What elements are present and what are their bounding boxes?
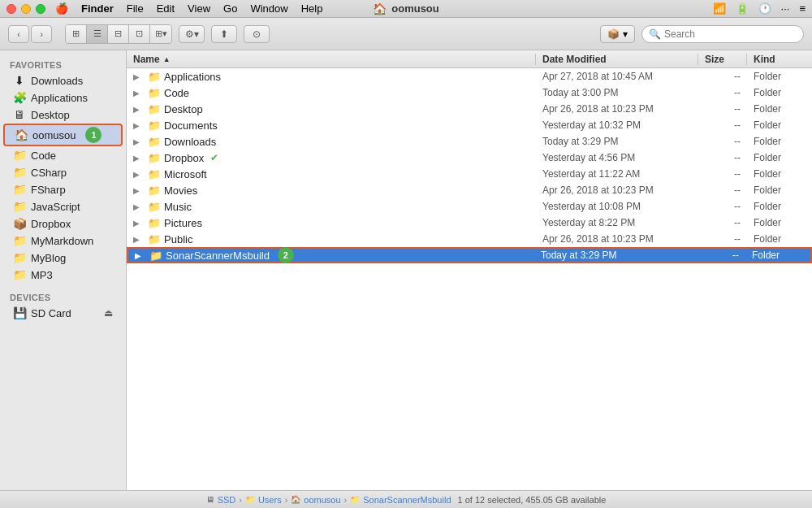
table-row[interactable]: ▶ 📁 Downloads Today at 3:29 PM -- Folder (127, 133, 812, 150)
share-button[interactable]: ⬆ (211, 25, 237, 43)
expand-arrow: ▶ (135, 251, 146, 260)
search-input[interactable] (664, 28, 797, 40)
table-row[interactable]: ▶ 📁 Desktop Apr 26, 2018 at 10:23 PM -- … (127, 101, 812, 117)
table-row[interactable]: ▶ 📁 Microsoft Yesterday at 11:22 AM -- F… (127, 166, 812, 182)
annotation-1: 1 (85, 127, 102, 143)
size-column-header[interactable]: Size (698, 54, 747, 65)
sidebar-item-sdcard[interactable]: 💾 SD Card ⏏ (3, 305, 123, 321)
eject-icon[interactable]: ⏏ (104, 307, 113, 319)
file-date: Yesterday at 4:56 PM (536, 152, 698, 163)
file-name-cell: ▶ 📁 Movies (127, 185, 536, 197)
file-kind: Folder (747, 233, 812, 245)
table-row[interactable]: ▶ 📁 SonarScannerMsbuild 2 Today at 3:29 … (127, 247, 812, 263)
fsharp-icon: 📁 (13, 183, 26, 196)
file-name: Movies (164, 185, 197, 197)
sidebar-item-csharp[interactable]: 📁 CSharp (3, 164, 123, 180)
expand-arrow: ▶ (133, 72, 145, 81)
apple-menu[interactable]: 🍎 (55, 2, 68, 15)
table-row[interactable]: ▶ 📁 Documents Yesterday at 10:32 PM -- F… (127, 117, 812, 133)
sidebar-item-fsharp[interactable]: 📁 FSharp (3, 181, 123, 198)
file-date: Apr 26, 2018 at 10:23 PM (536, 103, 698, 115)
file-kind: Folder (747, 168, 812, 180)
file-name-cell: ▶ 📁 Public (127, 233, 536, 245)
users-icon: 📁 (245, 495, 255, 504)
view-menu[interactable]: View (188, 2, 210, 15)
help-menu[interactable]: Help (301, 2, 323, 15)
table-row[interactable]: ▶ 📁 Movies Apr 26, 2018 at 10:23 PM -- F… (127, 182, 812, 198)
folder-icon: 📁 (148, 201, 161, 213)
close-button[interactable] (6, 4, 16, 14)
file-size: -- (698, 185, 747, 196)
annotation-2: 2 (278, 247, 294, 263)
sidebar-item-myblog[interactable]: 📁 MyBlog (3, 250, 123, 266)
main-layout: Favorites ⬇ Downloads 🧩 Applications 🖥 D… (0, 50, 812, 490)
list-view-button[interactable]: ☰ (87, 25, 108, 43)
expand-arrow: ▶ (133, 235, 145, 244)
file-name: Applications (164, 71, 221, 83)
breadcrumb-users[interactable]: Users (258, 495, 282, 505)
back-button[interactable]: ‹ (8, 25, 29, 43)
sidebar-item-label: oomusou (32, 129, 76, 141)
icon-view-button[interactable]: ⊞ (66, 25, 87, 43)
table-row[interactable]: ▶ 📁 Pictures Yesterday at 8:22 PM -- Fol… (127, 215, 812, 231)
window-title: 🏠 oomusou (373, 2, 439, 15)
sidebar-item-dropbox[interactable]: 📦 Dropbox (3, 215, 123, 232)
breadcrumb-ssd[interactable]: SSD (218, 495, 236, 505)
expand-arrow: ▶ (133, 121, 145, 130)
edit-menu[interactable]: Edit (157, 2, 175, 15)
maximize-button[interactable] (36, 4, 45, 14)
sidebar-item-applications[interactable]: 🧩 Applications (3, 89, 123, 106)
kind-column-header[interactable]: Kind (747, 54, 812, 65)
file-size: -- (698, 217, 747, 228)
file-name: Code (164, 87, 189, 99)
window-menu[interactable]: Window (250, 2, 287, 15)
tag-button[interactable]: ⊙ (244, 25, 270, 43)
file-name-cell: ▶ 📁 Pictures (127, 217, 536, 229)
column-view-button[interactable]: ⊟ (108, 25, 129, 43)
sidebar-item-code[interactable]: 📁 Code (3, 147, 123, 163)
home-icon: 🏠 (291, 495, 300, 504)
arrange-view-button[interactable]: ⊞▾ (150, 25, 171, 43)
go-menu[interactable]: Go (223, 2, 237, 15)
expand-arrow: ▶ (133, 202, 145, 211)
file-date: Apr 26, 2018 at 10:23 PM (536, 185, 698, 196)
table-row[interactable]: ▶ 📁 Applications Apr 27, 2018 at 10:45 A… (127, 68, 812, 85)
csharp-icon: 📁 (13, 166, 26, 179)
sidebar-item-desktop[interactable]: 🖥 Desktop (3, 106, 123, 123)
sidebar: Favorites ⬇ Downloads 🧩 Applications 🖥 D… (0, 50, 127, 490)
sidebar-item-downloads[interactable]: ⬇ Downloads (3, 72, 123, 89)
file-size: -- (698, 152, 747, 163)
breadcrumb-sonar[interactable]: SonarScannerMsbuild (363, 495, 451, 505)
forward-button[interactable]: › (31, 25, 52, 43)
devices-section-title: Devices (0, 289, 126, 304)
date-column-header[interactable]: Date Modified (536, 54, 698, 65)
table-row[interactable]: ▶ 📁 Dropbox ✔ Yesterday at 4:56 PM -- Fo… (127, 150, 812, 166)
sidebar-item-label: Code (31, 150, 56, 162)
sidebar-item-mymarkdown[interactable]: 📁 MyMarkdown (3, 232, 123, 249)
finder-menu[interactable]: Finder (81, 2, 114, 15)
dropbox-button[interactable]: 📦 ▾ (600, 25, 635, 43)
action-button[interactable]: ⚙▾ (179, 25, 205, 43)
menu-bar: 🍎 Finder File Edit View Go Window Help (55, 2, 322, 15)
file-size: -- (697, 250, 745, 261)
file-size: -- (698, 233, 747, 245)
file-size: -- (698, 103, 747, 115)
file-name-cell: ▶ 📁 Microsoft (127, 168, 536, 180)
coverflow-view-button[interactable]: ⊡ (129, 25, 150, 43)
sidebar-item-javascript[interactable]: 📁 JavaScript (3, 198, 123, 215)
file-name-cell: ▶ 📁 SonarScannerMsbuild 2 (128, 247, 534, 263)
menu-right-icons: 📶 🔋 🕐 ··· ≡ (713, 2, 806, 15)
file-name-cell: ▶ 📁 Dropbox ✔ (127, 152, 536, 164)
folder-icon: 📁 (148, 87, 161, 99)
search-box[interactable]: 🔍 (641, 25, 804, 43)
sidebar-item-oomusou[interactable]: 🏠 oomusou 1 (3, 124, 123, 146)
name-column-header[interactable]: Name ▲ (127, 54, 536, 65)
table-row[interactable]: ▶ 📁 Code Today at 3:00 PM -- Folder (127, 85, 812, 101)
minimize-button[interactable] (21, 4, 31, 14)
breadcrumb-oomusou[interactable]: oomusou (304, 495, 340, 505)
file-menu[interactable]: File (127, 2, 144, 15)
sidebar-item-mp3[interactable]: 📁 MP3 (3, 267, 123, 283)
dropbox-sidebar-icon: 📦 (13, 217, 26, 230)
table-row[interactable]: ▶ 📁 Music Yesterday at 10:08 PM -- Folde… (127, 198, 812, 215)
table-row[interactable]: ▶ 📁 Public Apr 26, 2018 at 10:23 PM -- F… (127, 231, 812, 247)
